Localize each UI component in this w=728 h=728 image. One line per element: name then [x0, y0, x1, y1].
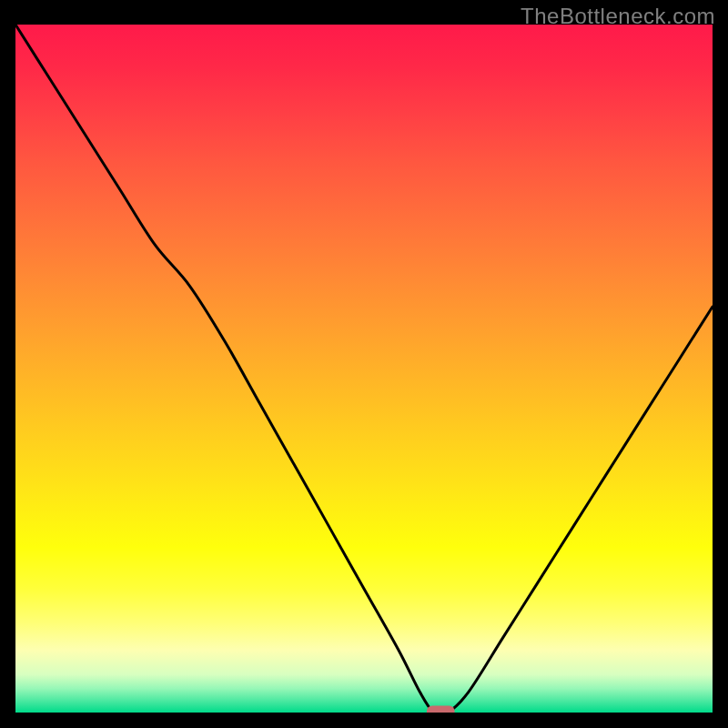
- svg-rect-0: [15, 25, 713, 713]
- svg-rect-1: [427, 705, 455, 713]
- watermark-text: TheBottleneck.com: [521, 4, 715, 29]
- bottleneck-chart: [15, 25, 713, 713]
